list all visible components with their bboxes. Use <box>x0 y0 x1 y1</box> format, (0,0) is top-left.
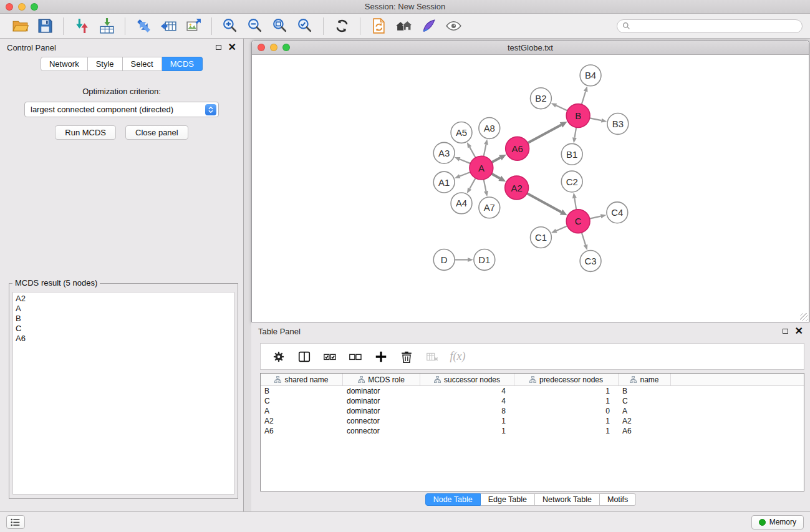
memory-button[interactable]: Memory <box>751 515 804 530</box>
mcds-result-list[interactable]: A2ABCA6 <box>12 292 234 495</box>
deselect-all-icon[interactable] <box>347 349 364 365</box>
edge-A-A7[interactable] <box>484 180 488 197</box>
table-row[interactable]: Cdominator41C <box>261 396 804 406</box>
float-panel-icon[interactable] <box>216 45 221 50</box>
column-header-predecessor-nodes[interactable]: predecessor nodes <box>514 374 619 385</box>
column-header-shared-name[interactable]: shared name <box>261 374 343 385</box>
edge-A-A3[interactable] <box>455 157 471 163</box>
tab-network-table[interactable]: Network Table <box>535 493 600 506</box>
edge-C-C1[interactable] <box>551 226 567 233</box>
node-B3[interactable]: B3 <box>607 114 629 135</box>
network-arrows-icon[interactable] <box>132 16 155 36</box>
tab-style[interactable]: Style <box>88 57 123 71</box>
node-A7[interactable]: A7 <box>479 197 500 218</box>
session-doc-icon[interactable] <box>367 16 390 36</box>
import-table-icon[interactable] <box>95 16 118 36</box>
tab-mcds[interactable]: MCDS <box>162 57 203 71</box>
node-D[interactable]: D <box>433 249 455 271</box>
node-A3[interactable]: A3 <box>433 142 455 163</box>
result-list-item[interactable]: C <box>16 324 231 334</box>
columns-icon[interactable] <box>296 349 312 365</box>
node-C4[interactable]: C4 <box>607 202 628 223</box>
refresh-icon[interactable] <box>330 16 353 36</box>
zoom-window-icon[interactable] <box>31 3 38 11</box>
result-list-item[interactable]: B <box>16 314 231 324</box>
node-A5[interactable]: A5 <box>451 122 472 143</box>
edge-B-B1[interactable] <box>572 127 577 143</box>
run-mcds-button[interactable]: Run MCDS <box>55 125 116 140</box>
save-icon[interactable] <box>34 16 56 36</box>
home-icon[interactable] <box>392 16 415 36</box>
search-box[interactable] <box>617 19 803 33</box>
search-input[interactable] <box>634 22 797 31</box>
edge-A-A4[interactable] <box>467 178 476 194</box>
zoom-in-icon[interactable] <box>219 16 241 36</box>
tab-motifs[interactable]: Motifs <box>600 493 636 506</box>
network-minimize-icon[interactable] <box>270 44 277 51</box>
edge-C-C4[interactable] <box>590 214 607 218</box>
node-B[interactable]: B <box>566 104 590 128</box>
zoom-out-icon[interactable] <box>244 16 266 36</box>
close-panel-icon[interactable]: ✕ <box>228 44 236 51</box>
table-close-panel-icon[interactable]: ✕ <box>795 327 803 335</box>
edge-B-B3[interactable] <box>590 118 607 122</box>
node-D1[interactable]: D1 <box>474 249 495 271</box>
select-all-icon[interactable] <box>322 349 338 365</box>
node-A[interactable]: A <box>470 156 493 180</box>
node-A2[interactable]: A2 <box>505 176 529 200</box>
tab-select[interactable]: Select <box>123 57 162 71</box>
style-brush-icon[interactable] <box>417 16 440 36</box>
tab-edge-table[interactable]: Edge Table <box>481 493 535 506</box>
eye-icon[interactable] <box>442 16 465 36</box>
zoom-fit-icon[interactable] <box>269 16 291 36</box>
column-header-successor-nodes[interactable]: successor nodes <box>420 374 514 385</box>
edge-B-B4[interactable] <box>582 86 588 104</box>
network-canvas[interactable]: B4B2BB3A5A8A6B1A3AC2A1A2A4A7C4CC1C3DD1 <box>253 56 808 321</box>
export-image-icon[interactable] <box>182 16 205 36</box>
table-row[interactable]: Bdominator41B <box>261 386 804 396</box>
network-zoom-icon[interactable] <box>282 44 290 51</box>
node-A6[interactable]: A6 <box>506 137 529 160</box>
tab-network[interactable]: Network <box>41 57 88 71</box>
column-header-MCDS-role[interactable]: MCDS role <box>343 374 420 385</box>
edge-A-A6[interactable] <box>492 155 506 163</box>
close-window-icon[interactable] <box>6 3 13 11</box>
edge-B-B2[interactable] <box>551 103 567 110</box>
node-A8[interactable]: A8 <box>479 118 500 139</box>
node-B2[interactable]: B2 <box>531 88 552 109</box>
tab-node-table[interactable]: Node Table <box>425 493 481 506</box>
minimize-window-icon[interactable] <box>18 3 26 11</box>
close-panel-button[interactable]: Close panel <box>125 125 188 140</box>
edge-C-C3[interactable] <box>582 233 588 251</box>
table-row[interactable]: Adominator80A <box>261 406 804 416</box>
edge-A-A2[interactable] <box>491 173 506 181</box>
open-folder-icon[interactable] <box>9 16 31 36</box>
import-network-icon[interactable] <box>70 16 93 36</box>
edge-C-C2[interactable] <box>572 193 577 210</box>
network-window-titlebar[interactable]: testGlobe.txt <box>252 41 809 55</box>
node-A1[interactable]: A1 <box>433 172 455 193</box>
edge-D-D1[interactable] <box>455 258 473 262</box>
criterion-dropdown[interactable]: largest connected component (directed) <box>24 102 219 117</box>
table-row[interactable]: A2connector11A2 <box>261 416 804 426</box>
result-list-item[interactable]: A6 <box>16 334 231 344</box>
trash-icon[interactable] <box>398 349 415 365</box>
edge-A2-C[interactable] <box>527 193 567 215</box>
result-list-item[interactable]: A <box>16 304 231 314</box>
network-close-icon[interactable] <box>258 44 265 51</box>
table-row[interactable]: A6connector11A6 <box>261 426 804 436</box>
resize-grip[interactable] <box>800 313 808 321</box>
task-history-button[interactable] <box>6 515 25 529</box>
edge-A6-B[interactable] <box>528 122 567 143</box>
node-C1[interactable]: C1 <box>531 227 552 248</box>
gear-icon[interactable] <box>271 349 287 365</box>
network-table-icon[interactable] <box>157 16 180 36</box>
edge-A-A5[interactable] <box>467 142 476 158</box>
node-C2[interactable]: C2 <box>561 171 582 192</box>
add-icon[interactable] <box>373 349 389 365</box>
result-list-item[interactable]: A2 <box>16 294 231 304</box>
node-B4[interactable]: B4 <box>580 65 601 86</box>
node-C3[interactable]: C3 <box>580 251 601 272</box>
node-B1[interactable]: B1 <box>561 143 582 165</box>
column-header-name[interactable]: name <box>619 374 671 385</box>
